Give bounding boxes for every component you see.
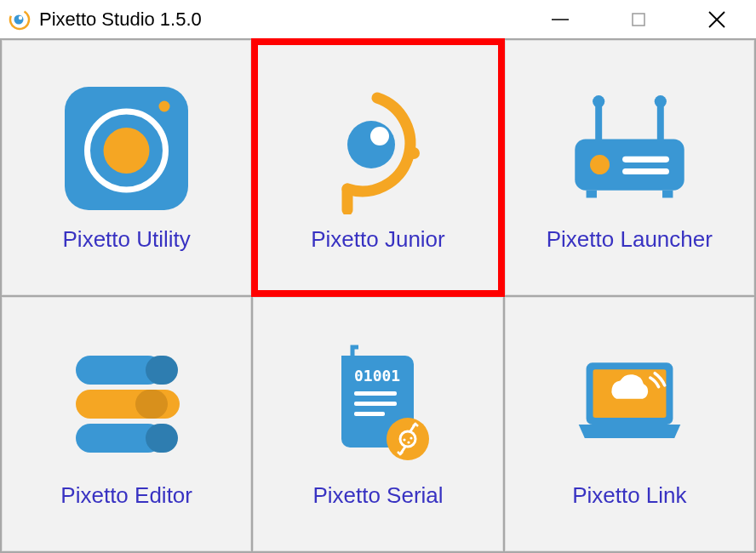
tile-label: Pixetto Junior (311, 226, 445, 253)
svg-point-19 (590, 155, 610, 174)
tile-label: Pixetto Serial (312, 482, 443, 509)
tile-pixetto-utility[interactable]: Pixetto Utility (2, 40, 251, 295)
maximize-button[interactable] (599, 0, 678, 38)
close-button[interactable] (678, 0, 756, 38)
svg-point-10 (159, 100, 170, 111)
svg-rect-31 (354, 391, 397, 396)
laptop-cloud-icon (564, 339, 696, 470)
router-icon (564, 83, 696, 214)
camera-icon (60, 83, 192, 214)
svg-point-12 (370, 127, 389, 145)
svg-point-34 (387, 418, 429, 460)
svg-point-9 (104, 128, 150, 174)
window-title: Pixetto Studio 1.5.0 (39, 9, 521, 31)
svg-text:01001: 01001 (354, 367, 400, 385)
svg-point-17 (655, 95, 667, 107)
svg-point-2 (19, 15, 22, 19)
app-icon (9, 9, 31, 31)
tile-label: Pixetto Launcher (547, 226, 713, 253)
blocks-icon (60, 339, 192, 470)
svg-rect-22 (586, 190, 596, 197)
tile-pixetto-link[interactable]: Pixetto Link (505, 297, 754, 552)
window-controls (521, 0, 756, 38)
junior-icon (312, 83, 444, 214)
svg-rect-20 (622, 157, 669, 162)
tile-pixetto-editor[interactable]: Pixetto Editor (2, 297, 251, 552)
serial-icon: 01001 (312, 339, 444, 470)
svg-rect-21 (622, 168, 669, 174)
svg-rect-33 (354, 412, 385, 416)
svg-point-13 (408, 147, 420, 159)
svg-point-11 (347, 121, 395, 168)
minimize-button[interactable] (521, 0, 599, 38)
svg-point-38 (408, 442, 410, 444)
tile-pixetto-launcher[interactable]: Pixetto Launcher (505, 40, 754, 295)
launcher-grid: Pixetto Utility Pixetto Junior (0, 38, 756, 553)
tile-pixetto-serial[interactable]: 01001 Pixetto Serial (253, 297, 502, 552)
svg-rect-25 (146, 356, 178, 385)
svg-point-37 (410, 437, 413, 440)
tile-label: Pixetto Editor (60, 482, 192, 509)
svg-rect-14 (595, 101, 602, 143)
svg-rect-4 (633, 14, 644, 26)
svg-rect-16 (657, 101, 664, 143)
svg-point-15 (593, 95, 604, 107)
svg-rect-27 (135, 390, 168, 419)
tile-label: Pixetto Link (572, 482, 686, 509)
tile-pixetto-junior[interactable]: Pixetto Junior (253, 40, 502, 295)
svg-rect-32 (354, 402, 397, 406)
svg-point-1 (14, 14, 24, 24)
svg-rect-29 (146, 424, 178, 453)
svg-rect-23 (662, 190, 673, 197)
window-titlebar: Pixetto Studio 1.5.0 (0, 0, 756, 38)
tile-label: Pixetto Utility (63, 226, 191, 253)
svg-point-36 (404, 439, 406, 442)
